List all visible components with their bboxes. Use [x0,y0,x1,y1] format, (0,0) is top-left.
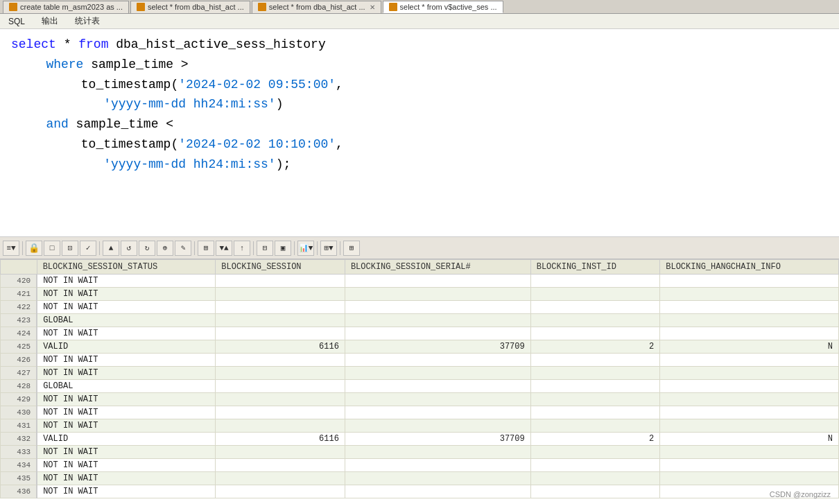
tab-close-3[interactable]: ✕ [370,3,375,11]
col-blocking-session-serial[interactable]: BLOCKING_SESSION_SERIAL# [345,260,530,275]
toolbar-btn-filter[interactable]: ↑ [234,241,250,256]
cell-2 [345,314,530,327]
cell-4 [660,367,839,380]
cell-0: NOT IN WAIT [37,367,216,380]
cell-1: 6116 [216,340,345,354]
cell-1 [216,485,345,498]
table-row[interactable]: 421NOT IN WAIT [1,288,839,301]
cell-3 [530,406,660,419]
cell-2 [345,327,530,340]
table-row[interactable]: 426NOT IN WAIT [1,354,839,367]
table-row[interactable]: 433NOT IN WAIT [1,446,839,459]
toolbar-btn-paste[interactable]: ⊡ [62,241,78,256]
table-row[interactable]: 436NOT IN WAIT [1,485,839,498]
cell-2 [345,301,530,314]
cell-1 [216,419,345,433]
toolbar-btn-cols[interactable]: ⊞ [343,241,360,256]
table-row[interactable]: 422NOT IN WAIT [1,301,839,314]
toolbar-btn-menu[interactable]: ≡▼ [3,241,19,256]
tab-4[interactable]: select * from v$active_ses ... [383,1,503,13]
toolbar-btn-lock[interactable]: 🔒 [26,241,42,256]
tab-1[interactable]: create table m_asm2023 as ... [3,1,129,13]
toolbar-btn-copy[interactable]: □ [44,241,60,256]
col-blocking-session[interactable]: BLOCKING_SESSION [216,260,345,275]
menu-sql[interactable]: SQL [6,15,28,28]
table-row[interactable]: 423GLOBAL [1,314,839,327]
cell-2 [345,354,530,367]
cell-2 [345,419,530,433]
tab-3[interactable]: select * from dba_hist_act ... ✕ [252,1,381,13]
table-row[interactable]: 432VALID6116377092N [1,433,839,446]
cell-1 [216,327,345,340]
toolbar-btn-check[interactable]: ✓ [80,241,96,256]
toolbar-btn-undo[interactable]: ↺ [121,241,137,256]
cell-3 [530,485,660,498]
toolbar-btn-grid[interactable]: ⊞ [198,241,214,256]
col-blocking-inst-id[interactable]: BLOCKING_INST_ID [530,260,660,275]
cell-3 [530,419,660,433]
table-row[interactable]: 429NOT IN WAIT [1,393,839,406]
table-row[interactable]: 428GLOBAL [1,380,839,393]
menu-bar: SQL 输出 统计表 [0,14,839,29]
table-row[interactable]: 434NOT IN WAIT [1,459,839,472]
table-row[interactable]: 431NOT IN WAIT [1,419,839,433]
toolbar-btn-edit[interactable]: ✎ [175,241,191,256]
data-grid[interactable]: BLOCKING_SESSION_STATUS BLOCKING_SESSION… [0,259,839,504]
row-number: 422 [1,301,37,314]
toolbar-btn-chart[interactable]: 📊▼ [297,241,314,256]
toolbar-btn-select[interactable]: ▣ [275,241,291,256]
result-table: BLOCKING_SESSION_STATUS BLOCKING_SESSION… [0,259,839,498]
toolbar-btn-sort[interactable]: ▼▲ [216,241,232,256]
cell-4 [660,275,839,288]
cell-2 [345,406,530,419]
table-row[interactable]: 424NOT IN WAIT [1,327,839,340]
row-number: 420 [1,275,37,288]
row-number: 425 [1,340,37,354]
tab-2[interactable]: select * from dba_hist_act ... [130,1,250,13]
table-row[interactable]: 435NOT IN WAIT [1,472,839,485]
cell-1 [216,472,345,485]
cell-4 [660,393,839,406]
col-blocking-session-status[interactable]: BLOCKING_SESSION_STATUS [37,260,216,275]
cell-3 [530,446,660,459]
table-row[interactable]: 420NOT IN WAIT [1,275,839,288]
cell-2 [345,446,530,459]
cell-0: NOT IN WAIT [37,354,216,367]
toolbar-btn-minus[interactable]: ⊟ [257,241,273,256]
tab-icon-2 [137,3,145,11]
col-blocking-hangchain-info[interactable]: BLOCKING_HANGCHAIN_INFO [660,260,839,275]
table-row[interactable]: 427NOT IN WAIT [1,367,839,380]
cell-0: NOT IN WAIT [37,327,216,340]
tab-label-2: select * from dba_hist_act ... [148,3,244,11]
cell-4: N [660,340,839,354]
cell-0: VALID [37,433,216,446]
cell-2 [345,485,530,498]
cell-3 [530,459,660,472]
sep-3 [194,241,195,255]
table-row[interactable]: 430NOT IN WAIT [1,406,839,419]
tab-icon-3 [258,3,266,11]
cell-0: NOT IN WAIT [37,472,216,485]
toolbar-btn-up[interactable]: ▲ [103,241,119,256]
menu-stats[interactable]: 统计表 [72,14,103,28]
sep-1 [22,241,23,255]
toolbar-btn-redo[interactable]: ↻ [139,241,155,256]
cell-4 [660,327,839,340]
menu-output[interactable]: 输出 [39,14,61,28]
cell-0: NOT IN WAIT [37,446,216,459]
cell-1: 6116 [216,433,345,446]
table-row[interactable]: 425VALID6116377092N [1,340,839,354]
cell-0: NOT IN WAIT [37,301,216,314]
cell-3 [530,314,660,327]
sql-line-6: to_timestamp('2024-02-02 10:10:00', [11,134,828,155]
toolbar-btn-export[interactable]: ⊞▼ [320,241,337,256]
cell-0: NOT IN WAIT [37,288,216,301]
cell-1 [216,314,345,327]
sep-5 [294,241,295,255]
cell-2: 37709 [345,433,530,446]
cell-3 [530,393,660,406]
sql-editor[interactable]: select * from dba_hist_active_sess_histo… [0,29,839,237]
cell-4 [660,354,839,367]
sql-line-5: and sample_time < [11,114,828,134]
toolbar-btn-add[interactable]: ⊕ [157,241,173,256]
